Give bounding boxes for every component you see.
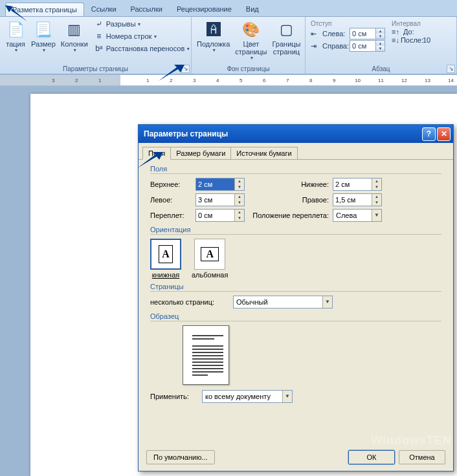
tab-view[interactable]: Вид (239, 2, 266, 16)
cancel-button[interactable]: Отмена (399, 450, 445, 464)
tab-review[interactable]: Рецензирование (170, 2, 239, 16)
landscape-label: альбомная (192, 271, 228, 279)
multi-pages-value: Обычный (236, 298, 268, 306)
spin-up[interactable]: ▲ (372, 178, 381, 184)
tab-paper[interactable]: Размер бумаги (170, 147, 231, 159)
spacing-after-value: 10 (423, 36, 430, 44)
dialog-titlebar[interactable]: Параметры страницы ? ✕ (139, 125, 453, 143)
borders-label: Границы страниц (272, 40, 300, 56)
preview-pane (183, 325, 229, 385)
ribbon: 📄 тация ▼ 📃 Размер ▼ ▥ Колонки ▼ ⤶ Разры… (0, 16, 457, 74)
right-margin-input[interactable]: 1,5 см▲▼ (333, 193, 382, 206)
orientation-label: тация (6, 40, 25, 48)
chevron-down-icon: ▼ (212, 48, 216, 52)
page-color-icon: 🎨 (241, 19, 262, 40)
page-setup-dialog-launcher[interactable]: ↘ (181, 65, 190, 73)
page-color-button[interactable]: 🎨 Цвет страницы ▼ (232, 18, 269, 61)
spacing-after-icon: ≡↓ (392, 36, 399, 44)
pages-legend: Страницы (150, 283, 441, 292)
spin-up[interactable]: ▲ (372, 194, 381, 200)
spin-down[interactable]: ▼ (375, 46, 385, 51)
line-numbers-button[interactable]: ≡ Номера строк ▼ (92, 30, 192, 42)
spin-down[interactable]: ▼ (375, 34, 385, 39)
spin-down[interactable]: ▼ (234, 215, 244, 221)
multi-pages-select[interactable]: Обычный▼ (233, 296, 333, 308)
gutter-input[interactable]: 0 см▲▼ (195, 209, 245, 222)
line-numbers-icon: ≡ (94, 31, 104, 41)
close-button[interactable]: ✕ (437, 127, 451, 141)
apply-to-select[interactable]: ко всему документу▼ (202, 390, 293, 403)
tab-margins[interactable]: Поля (142, 147, 171, 160)
page-size-icon: 📃 (33, 19, 54, 40)
horizontal-ruler[interactable]: 3 2 1 1 2 3 4 5 6 7 8 9 10 11 12 13 14 (0, 74, 457, 86)
watermark-button[interactable]: 🅰 Подложка ▼ (194, 18, 232, 54)
spin-up[interactable]: ▲ (375, 28, 385, 34)
watermark-icon: 🅰 (203, 19, 224, 40)
page-setup-group-label: Параметры страницы (3, 65, 188, 74)
indent-heading: Отступ (311, 20, 385, 27)
left-margin-input[interactable]: 3 см▲▼ (195, 193, 245, 206)
portrait-label: книжная (152, 271, 180, 279)
hyphenation-label: Расстановка переносов (106, 45, 184, 52)
chevron-down-icon: ▼ (153, 34, 157, 39)
tab-page-layout[interactable]: Разметка страницы (5, 3, 84, 16)
columns-icon: ▥ (64, 19, 85, 40)
orientation-button[interactable]: 📄 тация ▼ (3, 18, 28, 54)
spin-down[interactable]: ▼ (372, 184, 381, 190)
default-button[interactable]: По умолчанию... (146, 450, 215, 464)
bottom-margin-value: 2 см (335, 180, 350, 188)
page-borders-button[interactable]: ▢ Границы страниц (269, 18, 303, 57)
tab-references[interactable]: Ссылки (84, 2, 124, 16)
gutter-label: Переплет: (150, 211, 195, 219)
apply-to-value: ко всему документу (205, 393, 271, 400)
chevron-down-icon: ▼ (41, 48, 46, 52)
breaks-icon: ⤶ (94, 19, 104, 29)
ribbon-tabs: Разметка страницы Ссылки Рассылки Реценз… (0, 0, 457, 16)
chevron-down-icon: ▼ (322, 296, 332, 308)
tab-layout[interactable]: Источник бумаги (230, 147, 297, 159)
orientation-legend: Ориентация (150, 226, 441, 235)
size-label: Размер (31, 40, 56, 48)
landscape-option[interactable]: A альбомная (192, 239, 228, 279)
spacing-after-label: После: (401, 36, 423, 44)
indent-right-value: 0 см (352, 42, 366, 50)
landscape-icon: A (194, 239, 225, 270)
tab-mailings[interactable]: Рассылки (124, 2, 170, 16)
top-margin-input[interactable]: 2 см▲▼ (195, 178, 245, 191)
indent-left-input[interactable]: 0 см▲▼ (350, 28, 385, 39)
columns-label: Колонки (61, 40, 88, 48)
bottom-margin-input[interactable]: 2 см▲▼ (333, 178, 382, 191)
spin-up[interactable]: ▲ (375, 41, 385, 46)
spin-up[interactable]: ▲ (234, 194, 244, 200)
breaks-button[interactable]: ⤶ Разрывы ▼ (92, 18, 192, 30)
spin-up[interactable]: ▲ (234, 210, 244, 215)
gutter-pos-select[interactable]: Слева▼ (333, 209, 382, 222)
spacing-before-label: До: (403, 28, 414, 36)
borders-icon: ▢ (276, 19, 296, 40)
spin-up[interactable]: ▲ (234, 178, 244, 184)
help-button[interactable]: ? (422, 127, 436, 141)
portrait-option[interactable]: A книжная (150, 239, 181, 279)
page-color-label: Цвет страницы (235, 40, 267, 56)
indent-left-label: Слева: (322, 30, 345, 38)
gutter-pos-label: Положение переплета: (245, 211, 329, 219)
indent-right-input[interactable]: 0 см▲▼ (350, 40, 385, 52)
sample-legend: Образец (150, 312, 441, 321)
hyphenation-icon: bª (94, 43, 104, 54)
orientation-icon: 📄 (5, 19, 26, 40)
watermark-label: Подложка (197, 40, 230, 48)
spin-down[interactable]: ▼ (234, 200, 244, 206)
columns-button[interactable]: ▥ Колонки ▼ (58, 18, 91, 54)
hyphenation-button[interactable]: bª Расстановка переносов ▼ (92, 43, 192, 54)
spacing-before-icon: ≡↑ (392, 28, 402, 36)
indent-left-value: 0 см (352, 30, 366, 38)
spin-down[interactable]: ▼ (234, 184, 244, 190)
right-margin-label: Правое: (245, 196, 329, 204)
chevron-down-icon: ▼ (72, 48, 77, 52)
paragraph-dialog-launcher[interactable]: ↘ (447, 65, 455, 73)
ok-button[interactable]: ОК (348, 450, 395, 464)
size-button[interactable]: 📃 Размер ▼ (28, 18, 58, 54)
spin-down[interactable]: ▼ (372, 200, 381, 206)
chevron-down-icon: ▼ (372, 210, 381, 221)
chevron-down-icon: ▼ (186, 47, 190, 51)
